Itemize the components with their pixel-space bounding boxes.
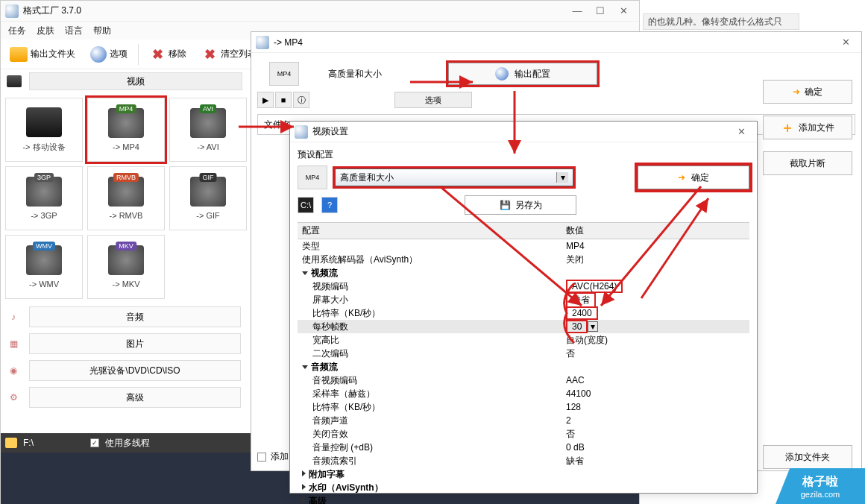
table-row[interactable]: 音量控制 (+dB)0 dB <box>298 441 749 454</box>
format-badge: AVI <box>200 104 216 113</box>
output-folder-button[interactable]: 输出文件夹 <box>5 44 80 65</box>
format-card[interactable]: GIF-> GIF <box>169 166 247 230</box>
preset-icon: MP4 <box>298 166 327 189</box>
minimize-button[interactable]: — <box>566 4 588 18</box>
format-label: -> MKV <box>113 280 140 289</box>
output-config-button[interactable]: 输出配置 <box>448 63 597 85</box>
ok-button[interactable]: ➜确定 <box>763 80 852 104</box>
remove-icon: ✖ <box>149 46 166 63</box>
menu-item[interactable]: 皮肤 <box>37 25 54 37</box>
chevron-down-icon[interactable]: ▾ <box>588 321 598 332</box>
options-label: 选项 <box>110 48 128 60</box>
video-settings-window: 视频设置 ✕ 预设配置 MP4 高质量和大小 ▾ ➜ 确定 C:\ ? 💾 另存… <box>289 121 758 494</box>
format-card[interactable]: -> 移动设备 <box>5 98 83 162</box>
table-row[interactable]: 屏幕大小缺省 <box>298 293 749 306</box>
folder-icon <box>10 47 28 62</box>
table-row[interactable]: 宽高比自动(宽度) <box>298 333 749 347</box>
tree-toggle-icon[interactable] <box>302 470 306 476</box>
video-category-header[interactable]: 视频 <box>29 72 242 90</box>
table-row[interactable]: 二次编码否 <box>298 347 749 360</box>
tree-toggle-icon[interactable] <box>302 497 306 503</box>
table-row[interactable]: 类型MP4 <box>298 239 749 253</box>
side-buttons: ➜确定 ＋添加文件 截取片断 添加文件夹 <box>763 80 852 469</box>
remove-label: 移除 <box>169 48 186 60</box>
setting-key: 水印（AviSynth） <box>309 482 383 493</box>
format-card[interactable]: AVI-> AVI <box>169 98 247 162</box>
category-icon: ⚙ <box>7 392 20 403</box>
help-icon[interactable]: ? <box>321 197 338 213</box>
table-row[interactable]: 关闭音效否 <box>298 427 749 441</box>
category-row[interactable]: 音频 <box>29 306 241 327</box>
clear-icon: ✖ <box>201 46 218 63</box>
table-row[interactable]: 每秒帧数30▾ <box>298 320 749 333</box>
arrow-icon: ➜ <box>678 172 685 183</box>
format-badge: MKV <box>116 242 136 251</box>
table-row[interactable]: 音视频编码AAC <box>298 374 749 387</box>
add-file-button[interactable]: ＋添加文件 <box>763 116 852 139</box>
tree-toggle-icon[interactable] <box>302 271 308 275</box>
tree-toggle-icon[interactable] <box>302 484 306 490</box>
format-card[interactable]: RMVB-> RMVB <box>87 166 165 230</box>
table-row[interactable]: 比特率（KB/秒）128 <box>298 400 749 414</box>
info-icon[interactable]: ⓘ <box>293 92 309 108</box>
mp4-title: -> MP4 <box>274 37 303 48</box>
vs-ok-button[interactable]: ➜ 确定 <box>638 166 749 189</box>
app-icon <box>5 4 19 18</box>
setting-value: 2 <box>566 415 571 426</box>
format-card[interactable]: MKV-> MKV <box>87 235 165 299</box>
maximize-button[interactable]: ☐ <box>589 4 611 18</box>
setting-value: 44100 <box>566 388 591 399</box>
category-icon: ♪ <box>7 312 20 322</box>
note-strip: 的也就几种。像转变成什么格式只 <box>643 13 799 30</box>
close-button[interactable]: ✕ <box>612 4 635 18</box>
mp4-close-button[interactable]: ✕ <box>834 36 857 49</box>
watermark: 格子啦 gezila.com <box>776 468 865 504</box>
table-row[interactable]: 采样率（赫兹）44100 <box>298 387 749 400</box>
drive-icon <box>5 438 17 448</box>
left-pane: 视频 -> 移动设备MP4-> MP4AVI-> AVI3GP-> 3GPRMV… <box>1 69 251 433</box>
setting-key: 每秒帧数 <box>312 321 348 332</box>
format-card[interactable]: 3GP-> 3GP <box>5 166 83 230</box>
table-row[interactable]: 使用系统解码器（AviSynth）关闭 <box>298 253 749 266</box>
menu-item[interactable]: 帮助 <box>93 25 111 37</box>
cmd-icon[interactable]: C:\ <box>298 197 314 213</box>
multithread-checkbox[interactable]: ✓ <box>90 438 99 447</box>
addname-checkbox[interactable] <box>257 453 266 462</box>
remove-button[interactable]: ✖移除 <box>145 43 191 66</box>
saveas-button[interactable]: 💾 另存为 <box>465 195 576 215</box>
format-badge: 3GP <box>34 173 54 182</box>
options-button[interactable]: 选项 <box>86 43 132 66</box>
clip-button[interactable]: 截取片断 <box>763 151 852 175</box>
format-card[interactable]: WMV-> WMV <box>5 235 83 299</box>
reel-icon <box>295 125 308 139</box>
category-row[interactable]: 高级 <box>29 387 241 408</box>
category-row[interactable]: 图片 <box>29 333 241 354</box>
mp4-options-button[interactable]: 选项 <box>394 92 472 108</box>
vs-titlebar: 视频设置 ✕ <box>290 122 757 142</box>
category-row[interactable]: 光驱设备\DVD\CD\ISO <box>29 360 241 381</box>
setting-key: 屏幕大小 <box>312 294 348 305</box>
titlebar: 格式工厂 3.7.0 — ☐ ✕ <box>1 1 639 22</box>
format-badge: MP4 <box>116 104 136 113</box>
play-icon[interactable]: ▶ <box>257 92 274 108</box>
stop-icon[interactable]: ■ <box>275 92 292 108</box>
table-row[interactable]: 音频声道2 <box>298 414 749 427</box>
format-card[interactable]: MP4-> MP4 <box>87 98 165 162</box>
output-config-label: 输出配置 <box>515 68 550 81</box>
chevron-down-icon: ▾ <box>556 172 568 183</box>
menu-item[interactable]: 任务 <box>8 25 26 37</box>
preset-value: 高质量和大小 <box>340 171 394 184</box>
vs-close-button[interactable]: ✕ <box>730 125 752 139</box>
preset-select[interactable]: 高质量和大小 ▾ <box>335 168 573 186</box>
setting-value: 30 <box>566 320 588 333</box>
setting-key: 二次编码 <box>312 348 348 359</box>
tree-toggle-icon[interactable] <box>302 365 308 369</box>
table-row[interactable]: 视频编码AVC(H264) <box>298 280 749 293</box>
table-row[interactable]: 音频流索引缺省 <box>298 454 749 467</box>
table-row: 高级 <box>298 494 749 504</box>
table-row[interactable]: 比特率（KB/秒）2400 <box>298 306 749 320</box>
setting-key: 视频流 <box>311 268 338 278</box>
add-folder-button[interactable]: 添加文件夹 <box>763 445 852 469</box>
menu-item[interactable]: 语言 <box>65 25 83 37</box>
format-label: -> RMVB <box>110 211 143 220</box>
